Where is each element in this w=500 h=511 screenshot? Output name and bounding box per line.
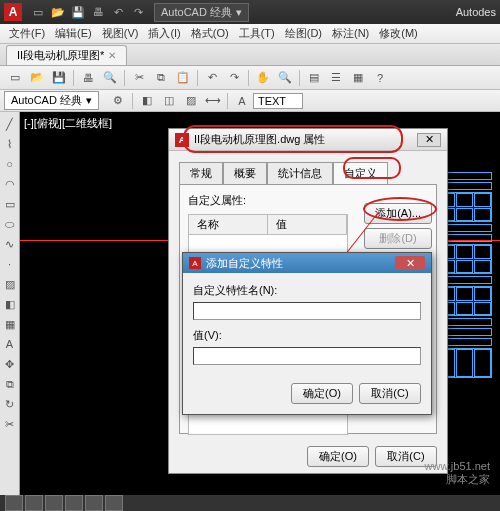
circle-icon[interactable]: ○ bbox=[1, 155, 19, 173]
menu-tools[interactable]: 工具(T) bbox=[236, 26, 278, 41]
line-icon[interactable]: ╱ bbox=[1, 115, 19, 133]
properties-icon[interactable]: ☰ bbox=[326, 68, 346, 88]
snap-toggle[interactable] bbox=[5, 495, 23, 511]
ok-button[interactable]: 确定(O) bbox=[291, 383, 353, 404]
ok-button[interactable]: 确定(O) bbox=[307, 446, 369, 467]
undo-icon[interactable]: ↶ bbox=[110, 4, 126, 20]
tab-stats[interactable]: 统计信息 bbox=[267, 162, 333, 185]
new-icon[interactable]: ▭ bbox=[5, 68, 25, 88]
custom-name-input[interactable] bbox=[193, 302, 421, 320]
add-custom-dialog: A 添加自定义特性 ✕ 自定义特性名(N): 值(V): 确定(O) 取消(C) bbox=[182, 252, 432, 415]
watermark: www.jb51.net 脚本之家 bbox=[425, 460, 490, 487]
dialog-buttons: 确定(O) 取消(C) bbox=[169, 440, 447, 473]
rect-icon[interactable]: ▭ bbox=[1, 195, 19, 213]
menu-insert[interactable]: 插入(I) bbox=[145, 26, 183, 41]
col-name[interactable]: 名称 bbox=[189, 215, 268, 234]
copy-icon[interactable]: ⧉ bbox=[151, 68, 171, 88]
ortho-toggle[interactable] bbox=[45, 495, 63, 511]
title-bar: A ▭ 📂 💾 🖶 ↶ ↷ AutoCAD 经典 ▾ Autodes bbox=[0, 0, 500, 24]
cut-icon[interactable]: ✂ bbox=[129, 68, 149, 88]
text-icon[interactable]: A bbox=[232, 91, 252, 111]
redo-icon[interactable]: ↷ bbox=[224, 68, 244, 88]
save-icon[interactable]: 💾 bbox=[70, 4, 86, 20]
print-icon[interactable]: 🖶 bbox=[90, 4, 106, 20]
save-icon[interactable]: 💾 bbox=[49, 68, 69, 88]
open-icon[interactable]: 📂 bbox=[50, 4, 66, 20]
grid-toggle[interactable] bbox=[25, 495, 43, 511]
close-button[interactable]: ✕ bbox=[395, 256, 425, 270]
value-label: 值(V): bbox=[193, 328, 421, 343]
menu-edit[interactable]: 编辑(E) bbox=[52, 26, 95, 41]
app-title-suffix: Autodes bbox=[456, 6, 496, 18]
menu-modify[interactable]: 修改(M) bbox=[376, 26, 421, 41]
dialog-tabs: 常规 概要 统计信息 自定义 bbox=[169, 151, 447, 184]
layer-icon[interactable]: ◧ bbox=[137, 91, 157, 111]
new-icon[interactable]: ▭ bbox=[30, 4, 46, 20]
tab-summary[interactable]: 概要 bbox=[223, 162, 267, 185]
menu-draw[interactable]: 绘图(D) bbox=[282, 26, 325, 41]
subdialog-titlebar[interactable]: A 添加自定义特性 ✕ bbox=[183, 253, 431, 273]
close-button[interactable]: ✕ bbox=[417, 133, 441, 147]
subdialog-body: 自定义特性名(N): 值(V): bbox=[183, 273, 431, 383]
tab-general[interactable]: 常规 bbox=[179, 162, 223, 185]
annotation-highlight bbox=[343, 157, 401, 179]
trim-icon[interactable]: ✂ bbox=[1, 415, 19, 433]
zoom-icon[interactable]: 🔍 bbox=[275, 68, 295, 88]
list-header: 名称 值 bbox=[188, 214, 348, 235]
app-logo[interactable]: A bbox=[4, 3, 22, 21]
viewport-label[interactable]: [-][俯视][二维线框] bbox=[24, 116, 112, 131]
preview-icon[interactable]: 🔍 bbox=[100, 68, 120, 88]
block-icon[interactable]: ◫ bbox=[159, 91, 179, 111]
pan-icon[interactable]: ✋ bbox=[253, 68, 273, 88]
spline-icon[interactable]: ∿ bbox=[1, 235, 19, 253]
polyline-icon[interactable]: ⌇ bbox=[1, 135, 19, 153]
undo-icon[interactable]: ↶ bbox=[202, 68, 222, 88]
open-icon[interactable]: 📂 bbox=[27, 68, 47, 88]
delete-button: 删除(D) bbox=[364, 228, 432, 249]
move-icon[interactable]: ✥ bbox=[1, 355, 19, 373]
redo-icon[interactable]: ↷ bbox=[130, 4, 146, 20]
workspace-select[interactable]: AutoCAD 经典▾ bbox=[4, 91, 99, 110]
workspace-combo-label: AutoCAD 经典 bbox=[161, 5, 232, 20]
arc-icon[interactable]: ◠ bbox=[1, 175, 19, 193]
copy2-icon[interactable]: ⧉ bbox=[1, 375, 19, 393]
col-value[interactable]: 值 bbox=[268, 215, 347, 234]
document-tab[interactable]: II段电动机原理图* ✕ bbox=[6, 45, 127, 65]
custom-value-input[interactable] bbox=[193, 347, 421, 365]
command-text[interactable]: TEXT bbox=[253, 93, 303, 109]
workspace-combo[interactable]: AutoCAD 经典 ▾ bbox=[154, 3, 249, 22]
ellipse-icon[interactable]: ⬭ bbox=[1, 215, 19, 233]
region-icon[interactable]: ◧ bbox=[1, 295, 19, 313]
grid-icon[interactable]: ▦ bbox=[348, 68, 368, 88]
status-bar bbox=[0, 495, 500, 511]
tab-label: II段电动机原理图* bbox=[17, 48, 104, 63]
subdialog-buttons: 确定(O) 取消(C) bbox=[183, 383, 431, 414]
help-icon[interactable]: ? bbox=[370, 68, 390, 88]
hatch-icon[interactable]: ▨ bbox=[1, 275, 19, 293]
cancel-button[interactable]: 取消(C) bbox=[359, 383, 421, 404]
dim-icon[interactable]: ⟷ bbox=[203, 91, 223, 111]
toolbar-workspace: AutoCAD 经典▾ ⚙ ◧ ◫ ▨ ⟷ A TEXT bbox=[0, 90, 500, 112]
polar-toggle[interactable] bbox=[65, 495, 83, 511]
menu-file[interactable]: 文件(F) bbox=[6, 26, 48, 41]
hatch-icon[interactable]: ▨ bbox=[181, 91, 201, 111]
menu-bar: 文件(F) 编辑(E) 视图(V) 插入(I) 格式(O) 工具(T) 绘图(D… bbox=[0, 24, 500, 44]
table-icon[interactable]: ▦ bbox=[1, 315, 19, 333]
point-icon[interactable]: · bbox=[1, 255, 19, 273]
annotation-highlight bbox=[183, 125, 403, 153]
mtext-icon[interactable]: A bbox=[1, 335, 19, 353]
otrack-toggle[interactable] bbox=[105, 495, 123, 511]
layers-icon[interactable]: ▤ bbox=[304, 68, 324, 88]
paste-icon[interactable]: 📋 bbox=[173, 68, 193, 88]
close-icon[interactable]: ✕ bbox=[108, 50, 116, 61]
draw-toolbar: ╱ ⌇ ○ ◠ ▭ ⬭ ∿ · ▨ ◧ ▦ A ✥ ⧉ ↻ ✂ bbox=[0, 112, 20, 495]
rotate-icon[interactable]: ↻ bbox=[1, 395, 19, 413]
chevron-down-icon: ▾ bbox=[236, 6, 242, 19]
print-icon[interactable]: 🖶 bbox=[78, 68, 98, 88]
menu-view[interactable]: 视图(V) bbox=[99, 26, 142, 41]
name-label: 自定义特性名(N): bbox=[193, 283, 421, 298]
gear-icon[interactable]: ⚙ bbox=[108, 91, 128, 111]
osnap-toggle[interactable] bbox=[85, 495, 103, 511]
menu-format[interactable]: 格式(O) bbox=[188, 26, 232, 41]
menu-dimension[interactable]: 标注(N) bbox=[329, 26, 372, 41]
